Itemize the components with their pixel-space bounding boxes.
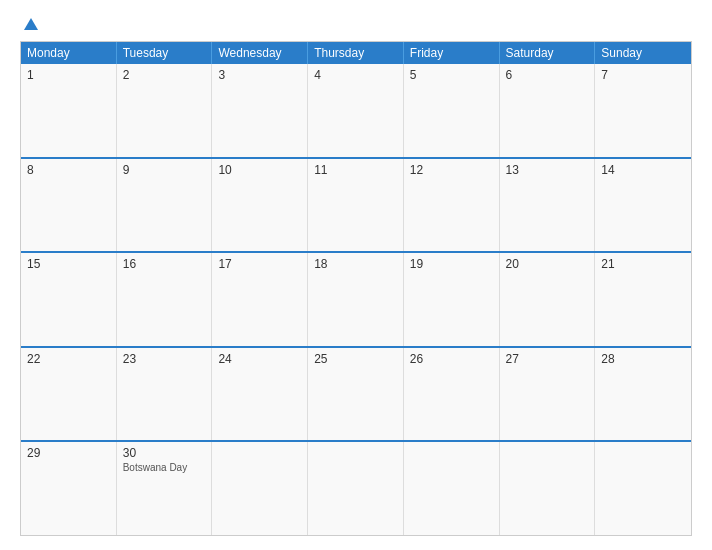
calendar-grid: MondayTuesdayWednesdayThursdayFridaySatu… bbox=[20, 41, 692, 536]
day-cell: 14 bbox=[595, 159, 691, 252]
day-number: 22 bbox=[27, 352, 110, 366]
day-number: 28 bbox=[601, 352, 685, 366]
day-cell: 12 bbox=[404, 159, 500, 252]
day-cell: 26 bbox=[404, 348, 500, 441]
day-number: 30 bbox=[123, 446, 206, 460]
day-number: 16 bbox=[123, 257, 206, 271]
day-number: 23 bbox=[123, 352, 206, 366]
week-row-2: 891011121314 bbox=[21, 157, 691, 252]
day-number: 27 bbox=[506, 352, 589, 366]
day-number: 1 bbox=[27, 68, 110, 82]
day-cell: 23 bbox=[117, 348, 213, 441]
day-cell: 20 bbox=[500, 253, 596, 346]
day-cell: 4 bbox=[308, 64, 404, 157]
day-number: 12 bbox=[410, 163, 493, 177]
day-cell: 21 bbox=[595, 253, 691, 346]
day-cell: 11 bbox=[308, 159, 404, 252]
day-number: 3 bbox=[218, 68, 301, 82]
day-cell: 15 bbox=[21, 253, 117, 346]
day-cell: 8 bbox=[21, 159, 117, 252]
day-cell: 9 bbox=[117, 159, 213, 252]
day-number: 10 bbox=[218, 163, 301, 177]
day-cell: 22 bbox=[21, 348, 117, 441]
day-cell: 28 bbox=[595, 348, 691, 441]
day-header-monday: Monday bbox=[21, 42, 117, 64]
day-headers-row: MondayTuesdayWednesdayThursdayFridaySatu… bbox=[21, 42, 691, 64]
day-cell: 13 bbox=[500, 159, 596, 252]
calendar-weeks: 1234567891011121314151617181920212223242… bbox=[21, 64, 691, 535]
day-number: 18 bbox=[314, 257, 397, 271]
day-number: 26 bbox=[410, 352, 493, 366]
day-header-tuesday: Tuesday bbox=[117, 42, 213, 64]
day-number: 2 bbox=[123, 68, 206, 82]
day-cell bbox=[308, 442, 404, 535]
day-cell: 27 bbox=[500, 348, 596, 441]
day-cell: 29 bbox=[21, 442, 117, 535]
day-number: 13 bbox=[506, 163, 589, 177]
day-number: 7 bbox=[601, 68, 685, 82]
week-row-1: 1234567 bbox=[21, 64, 691, 157]
day-cell: 24 bbox=[212, 348, 308, 441]
day-number: 29 bbox=[27, 446, 110, 460]
week-row-3: 15161718192021 bbox=[21, 251, 691, 346]
day-number: 6 bbox=[506, 68, 589, 82]
day-cell: 30Botswana Day bbox=[117, 442, 213, 535]
page: MondayTuesdayWednesdayThursdayFridaySatu… bbox=[0, 0, 712, 550]
day-cell: 17 bbox=[212, 253, 308, 346]
day-header-saturday: Saturday bbox=[500, 42, 596, 64]
day-number: 17 bbox=[218, 257, 301, 271]
day-cell bbox=[404, 442, 500, 535]
day-number: 21 bbox=[601, 257, 685, 271]
day-number: 20 bbox=[506, 257, 589, 271]
day-cell bbox=[212, 442, 308, 535]
logo-triangle-icon bbox=[24, 18, 38, 30]
day-number: 8 bbox=[27, 163, 110, 177]
day-cell: 7 bbox=[595, 64, 691, 157]
day-cell: 1 bbox=[21, 64, 117, 157]
event-label: Botswana Day bbox=[123, 462, 206, 473]
day-cell: 3 bbox=[212, 64, 308, 157]
day-number: 5 bbox=[410, 68, 493, 82]
day-number: 19 bbox=[410, 257, 493, 271]
day-number: 25 bbox=[314, 352, 397, 366]
day-cell: 10 bbox=[212, 159, 308, 252]
logo-blue-container bbox=[20, 18, 38, 31]
day-header-wednesday: Wednesday bbox=[212, 42, 308, 64]
calendar-header bbox=[20, 18, 692, 31]
day-cell bbox=[595, 442, 691, 535]
day-number: 9 bbox=[123, 163, 206, 177]
day-cell: 6 bbox=[500, 64, 596, 157]
day-cell: 5 bbox=[404, 64, 500, 157]
logo bbox=[20, 18, 38, 31]
day-number: 24 bbox=[218, 352, 301, 366]
day-cell: 2 bbox=[117, 64, 213, 157]
day-cell: 18 bbox=[308, 253, 404, 346]
day-header-sunday: Sunday bbox=[595, 42, 691, 64]
day-cell bbox=[500, 442, 596, 535]
day-number: 11 bbox=[314, 163, 397, 177]
day-number: 4 bbox=[314, 68, 397, 82]
week-row-4: 22232425262728 bbox=[21, 346, 691, 441]
day-cell: 25 bbox=[308, 348, 404, 441]
day-cell: 19 bbox=[404, 253, 500, 346]
week-row-5: 2930Botswana Day bbox=[21, 440, 691, 535]
day-header-friday: Friday bbox=[404, 42, 500, 64]
day-number: 15 bbox=[27, 257, 110, 271]
day-header-thursday: Thursday bbox=[308, 42, 404, 64]
day-cell: 16 bbox=[117, 253, 213, 346]
day-number: 14 bbox=[601, 163, 685, 177]
